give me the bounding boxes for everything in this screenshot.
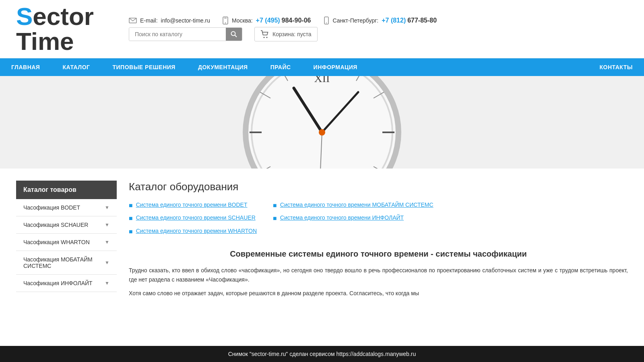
sidebar-title: Каталог товаров	[16, 181, 117, 199]
logo-s: S	[16, 2, 33, 30]
svg-point-10	[246, 76, 398, 169]
search-box	[129, 27, 242, 41]
catalog-link-infolayt[interactable]: Система единого точного времени ИНФОЛАЙТ	[280, 214, 404, 222]
nav-home[interactable]: ГЛАВНАЯ	[0, 58, 51, 76]
cart-label: Корзина: пуста	[272, 31, 312, 37]
nav-solutions[interactable]: ТИПОВЫЕ РЕШЕНИЯ	[101, 58, 186, 76]
footer-bar: Снимок "sector-time.ru" сделан сервисом …	[0, 346, 644, 362]
moscow-phone-accent: +7 (495)	[256, 17, 280, 24]
spb-contact: Санкт-Петербург: +7 (812) 677-85-80	[323, 16, 437, 25]
section-para-2: Хотя само слово не отражает задач, котор…	[129, 289, 628, 298]
catalog-link-2: ■ Система единого точного времени SCHAUE…	[129, 214, 257, 223]
svg-point-20	[319, 129, 325, 136]
spb-label: Санкт-Петербург:	[333, 17, 379, 24]
catalog-col-2: ■ Система единого точного времени МОБАТА…	[273, 201, 433, 236]
main-content: Каталог товаров Часофикация BODET ▼ Часо…	[0, 169, 644, 315]
sidebar-item-wharton[interactable]: Часофикация WHARTON ▼	[16, 234, 117, 251]
search-icon	[231, 31, 237, 37]
cart-icon	[260, 30, 269, 38]
sidebar-item-infolayt-label: Часофикация ИНФОЛАЙТ	[23, 280, 93, 286]
logo-sector-text: ector	[33, 2, 94, 30]
contact-row-1: E-mail: info@sector-time.ru Москва: +7 (…	[129, 16, 628, 25]
sidebar-item-bodet-label: Часофикация BODET	[23, 204, 80, 211]
moscow-phone-num: 984-90-06	[282, 17, 311, 24]
sidebar-item-schauer[interactable]: Часофикация SCHAUER ▼	[16, 216, 117, 234]
moscow-contact: Москва: +7 (495) 984-90-06	[222, 16, 311, 25]
phone-icon	[222, 16, 229, 25]
spb-phone-accent: +7 (812)	[382, 17, 406, 24]
chevron-right-icon-5: ▼	[105, 280, 109, 286]
sidebar-item-mobataim-label: Часофикация МОБАТАЙМ СИСТЕМС	[23, 256, 105, 269]
hero-banner: XII	[0, 76, 644, 169]
nav-price[interactable]: ПРАЙС	[259, 58, 302, 76]
chevron-right-icon-3: ▼	[105, 239, 109, 245]
catalog-link-3: ■ Система единого точного времени WHARTO…	[129, 227, 257, 236]
email-contact: E-mail: info@sector-time.ru	[129, 17, 210, 24]
nav-catalog[interactable]: КАТАЛОГ	[51, 58, 101, 76]
header-contacts: E-mail: info@sector-time.ru Москва: +7 (…	[129, 16, 628, 41]
catalog-link-mobataim[interactable]: Система единого точного времени МОБАТАЙМ…	[280, 201, 433, 209]
sidebar-item-infolayt[interactable]: Часофикация ИНФОЛАЙТ ▼	[16, 275, 117, 292]
logo-sector: Sector	[16, 4, 105, 29]
catalog-link-wharton[interactable]: Система единого точного времени WHARTON	[136, 227, 257, 235]
main-nav: ГЛАВНАЯ КАТАЛОГ ТИПОВЫЕ РЕШЕНИЯ ДОКУМЕНТ…	[0, 58, 644, 76]
catalog-links: ■ Система единого точного времени BODET …	[129, 201, 628, 236]
catalog-link-bodet[interactable]: Система единого точного времени BODET	[136, 201, 248, 209]
logo-time-text: ime	[31, 27, 74, 55]
sidebar-item-bodet[interactable]: Часофикация BODET ▼	[16, 199, 117, 216]
chevron-right-icon-4: ▼	[105, 260, 109, 265]
sidebar: Каталог товаров Часофикация BODET ▼ Часо…	[16, 181, 117, 302]
svg-point-6	[231, 32, 235, 36]
nav-docs[interactable]: ДОКУМЕНТАЦИЯ	[187, 58, 259, 76]
bullet-icon-1: ■	[129, 201, 133, 210]
sidebar-item-wharton-label: Часофикация WHARTON	[23, 239, 90, 245]
email-link[interactable]: info@sector-time.ru	[161, 17, 210, 24]
search-input[interactable]	[129, 28, 226, 41]
clock-svg: XII	[242, 76, 402, 169]
spb-phone: +7 (812) 677-85-80	[382, 17, 437, 24]
catalog-link-1: ■ Система единого точного времени BODET	[129, 201, 257, 210]
svg-line-7	[235, 35, 237, 37]
svg-point-2	[225, 23, 226, 23]
section-heading: Современные системы единого точного врем…	[129, 248, 628, 259]
svg-point-9	[266, 37, 268, 38]
chevron-right-icon: ▼	[105, 205, 109, 210]
svg-point-8	[264, 37, 265, 38]
logo: Sector Time	[16, 4, 105, 54]
catalog-heading: Каталог оборудования	[129, 181, 628, 193]
bullet-icon-5: ■	[273, 214, 277, 223]
moscow-label: Москва:	[232, 17, 253, 24]
chevron-right-icon-2: ▼	[105, 222, 109, 228]
email-label: E-mail:	[140, 17, 158, 24]
svg-point-5	[326, 23, 327, 23]
footer-text: Снимок "sector-time.ru" сделан сервисом …	[228, 351, 416, 357]
envelope-icon	[129, 18, 137, 23]
cart-area[interactable]: Корзина: пуста	[254, 27, 318, 41]
header: Sector Time E-mail: info@sector-time.ru	[0, 0, 644, 58]
spb-phone-num: 677-85-80	[407, 17, 437, 24]
moscow-phone: +7 (495) 984-90-06	[256, 17, 311, 24]
catalog-link-5: ■ Система единого точного времени ИНФОЛА…	[273, 214, 433, 223]
catalog-col-1: ■ Система единого точного времени BODET …	[129, 201, 257, 236]
catalog-link-4: ■ Система единого точного времени МОБАТА…	[273, 201, 433, 210]
catalog-link-schauer[interactable]: Система единого точного времени SCHAUER	[136, 214, 256, 222]
logo-time: Time	[16, 29, 105, 54]
svg-text:XII: XII	[314, 76, 330, 84]
bullet-icon-4: ■	[273, 201, 277, 210]
logo-t: T	[16, 27, 31, 55]
nav-info[interactable]: ИНФОРМАЦИЯ	[302, 58, 369, 76]
content-area: Каталог оборудования ■ Система единого т…	[129, 181, 628, 302]
sidebar-item-schauer-label: Часофикация SCHAUER	[23, 222, 88, 228]
bullet-icon-2: ■	[129, 214, 133, 223]
search-button[interactable]	[226, 28, 242, 41]
section-para-1: Трудно сказать, кто ввел в обиход слово …	[129, 266, 628, 284]
nav-contacts[interactable]: КОНТАКТЫ	[588, 58, 644, 76]
sidebar-item-mobataim[interactable]: Часофикация МОБАТАЙМ СИСТЕМС ▼	[16, 251, 117, 275]
mobile-icon	[323, 16, 330, 25]
bullet-icon-3: ■	[129, 227, 133, 236]
search-area: Корзина: пуста	[129, 27, 628, 41]
